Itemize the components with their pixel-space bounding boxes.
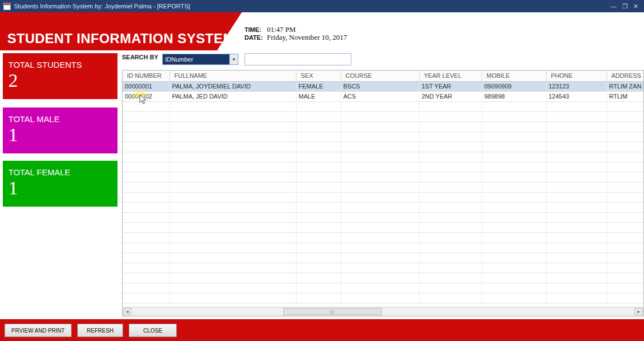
- grid-cell[interactable]: [546, 273, 607, 283]
- grid-cell[interactable]: 989898: [482, 91, 546, 101]
- grid-cell[interactable]: [419, 283, 482, 293]
- grid-cell[interactable]: 2ND YEAR: [419, 91, 482, 101]
- grid-cell[interactable]: [170, 273, 296, 283]
- grid-cell[interactable]: [482, 212, 546, 222]
- grid-cell[interactable]: [123, 222, 170, 232]
- horizontal-scrollbar[interactable]: ◄ ||| ►: [123, 307, 643, 316]
- grid-cell[interactable]: [123, 253, 170, 263]
- grid-cell[interactable]: [123, 293, 170, 303]
- grid-cell[interactable]: [123, 111, 170, 122]
- grid-cell[interactable]: [296, 273, 341, 283]
- grid-cell[interactable]: [482, 111, 546, 122]
- close-icon[interactable]: ✕: [633, 0, 638, 12]
- grid-cell[interactable]: [546, 111, 607, 122]
- grid-cell[interactable]: [296, 172, 341, 182]
- grid-cell[interactable]: [170, 111, 296, 122]
- grid-cell[interactable]: [482, 101, 546, 111]
- minimize-icon[interactable]: —: [610, 0, 617, 12]
- grid-column-header[interactable]: COURSE: [341, 71, 419, 81]
- grid-cell[interactable]: [419, 273, 482, 283]
- grid-cell[interactable]: [341, 273, 419, 283]
- grid-row-empty[interactable]: [123, 263, 643, 273]
- close-button[interactable]: CLOSE: [129, 324, 177, 337]
- grid-cell[interactable]: [170, 212, 296, 222]
- grid-cell[interactable]: RTLIM ZAN: [607, 81, 643, 91]
- grid-row-empty[interactable]: [123, 202, 643, 212]
- grid-row-empty[interactable]: [123, 152, 643, 162]
- grid-cell[interactable]: [546, 172, 607, 182]
- grid-cell[interactable]: [546, 152, 607, 162]
- chevron-down-icon[interactable]: ▼: [229, 54, 238, 64]
- grid-cell[interactable]: [341, 253, 419, 263]
- grid-cell[interactable]: 00000001: [123, 81, 170, 91]
- grid-cell[interactable]: [170, 232, 296, 242]
- scrollbar-thumb[interactable]: |||: [283, 308, 382, 315]
- grid-cell[interactable]: [341, 192, 419, 202]
- grid-cell[interactable]: [296, 232, 341, 242]
- grid-cell[interactable]: [341, 162, 419, 172]
- grid-cell[interactable]: [341, 232, 419, 242]
- grid-cell[interactable]: [607, 202, 643, 212]
- grid-cell[interactable]: [546, 182, 607, 192]
- grid-cell[interactable]: [296, 222, 341, 232]
- grid-row-empty[interactable]: [123, 132, 643, 142]
- grid-cell[interactable]: [296, 192, 341, 202]
- grid-cell[interactable]: [607, 293, 643, 303]
- grid-cell[interactable]: [419, 212, 482, 222]
- grid-cell[interactable]: [546, 242, 607, 253]
- grid-cell[interactable]: [607, 192, 643, 202]
- grid-cell[interactable]: [546, 263, 607, 273]
- grid-cell[interactable]: [482, 182, 546, 192]
- grid-row-empty[interactable]: [123, 182, 643, 192]
- grid-cell[interactable]: [607, 182, 643, 192]
- grid-column-header[interactable]: ADDRESS: [607, 71, 643, 81]
- grid-row-empty[interactable]: [123, 162, 643, 172]
- grid-cell[interactable]: [546, 122, 607, 132]
- grid-cell[interactable]: [296, 122, 341, 132]
- grid-cell[interactable]: [170, 263, 296, 273]
- grid-cell[interactable]: PALMA, JOYDEMIEL DAVID: [170, 81, 296, 91]
- grid-cell[interactable]: [607, 283, 643, 293]
- grid-cell[interactable]: [170, 182, 296, 192]
- grid-cell[interactable]: FEMALE: [296, 81, 341, 91]
- grid-cell[interactable]: [419, 122, 482, 132]
- grid-cell[interactable]: 00000002: [123, 91, 170, 101]
- scroll-left-icon[interactable]: ◄: [123, 308, 131, 315]
- grid-cell[interactable]: [123, 122, 170, 132]
- grid-column-header[interactable]: FULLNAME: [170, 71, 296, 81]
- grid-row-empty[interactable]: [123, 111, 643, 122]
- grid-cell[interactable]: [482, 162, 546, 172]
- grid-cell[interactable]: [482, 122, 546, 132]
- grid-cell[interactable]: [607, 242, 643, 253]
- grid-cell[interactable]: [170, 242, 296, 253]
- grid-cell[interactable]: [341, 283, 419, 293]
- grid-cell[interactable]: [546, 253, 607, 263]
- grid-cell[interactable]: [607, 172, 643, 182]
- grid-cell[interactable]: [170, 293, 296, 303]
- grid-cell[interactable]: [482, 192, 546, 202]
- grid-row-empty[interactable]: [123, 293, 643, 303]
- restore-icon[interactable]: ❐: [622, 0, 628, 12]
- grid-cell[interactable]: [123, 192, 170, 202]
- grid-cell[interactable]: [123, 172, 170, 182]
- grid-cell[interactable]: [123, 202, 170, 212]
- grid-cell[interactable]: [482, 283, 546, 293]
- search-input[interactable]: [245, 53, 351, 66]
- grid-cell[interactable]: [546, 142, 607, 152]
- grid-cell[interactable]: [341, 122, 419, 132]
- grid-cell[interactable]: [546, 202, 607, 212]
- grid-cell[interactable]: [546, 132, 607, 142]
- grid-cell[interactable]: [607, 122, 643, 132]
- grid-cell[interactable]: [419, 101, 482, 111]
- refresh-button[interactable]: REFRESH: [77, 324, 123, 337]
- grid-cell[interactable]: [419, 162, 482, 172]
- grid-cell[interactable]: [482, 232, 546, 242]
- grid-cell[interactable]: 09090909: [482, 81, 546, 91]
- grid-cell[interactable]: [607, 212, 643, 222]
- grid-cell[interactable]: [296, 101, 341, 111]
- grid-cell[interactable]: [170, 283, 296, 293]
- grid-cell[interactable]: [123, 273, 170, 283]
- grid-cell[interactable]: [296, 142, 341, 152]
- grid-cell[interactable]: [170, 202, 296, 212]
- grid-cell[interactable]: [170, 152, 296, 162]
